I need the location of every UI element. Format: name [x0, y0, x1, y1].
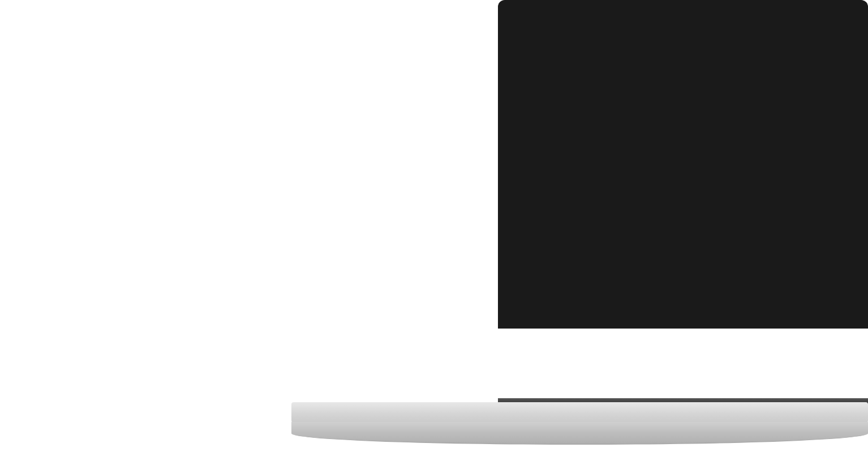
laptop-bezel: Tasks Feel blue Feel red: [498, 0, 868, 329]
laptop-base: [291, 402, 868, 425]
laptop-bottom: [291, 422, 868, 445]
